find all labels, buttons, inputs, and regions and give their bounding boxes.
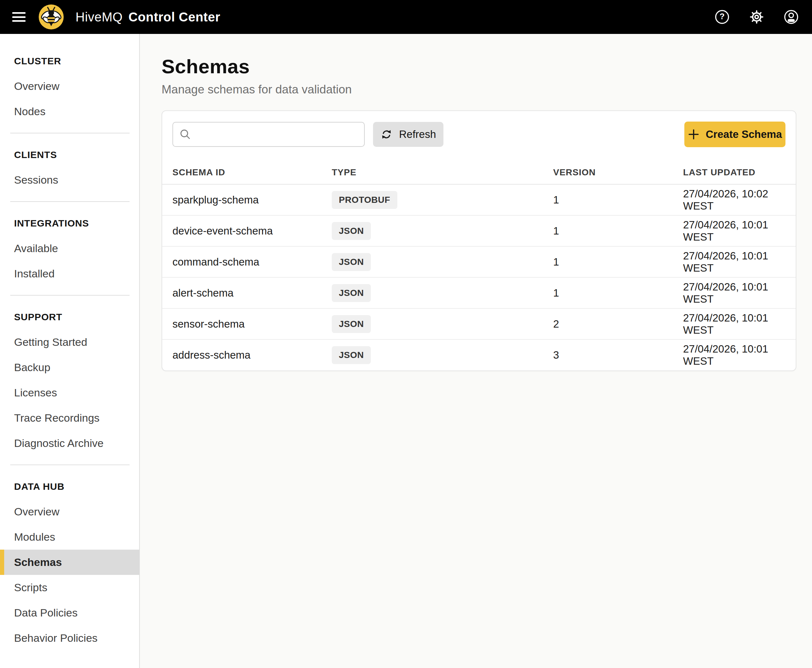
type-badge: JSON	[332, 284, 371, 302]
version-cell: 1	[553, 184, 683, 215]
version-cell: 3	[553, 339, 683, 371]
svg-text:?: ?	[720, 12, 725, 21]
sidebar: CLUSTER Overview Nodes CLIENTS Sessions …	[0, 34, 140, 668]
sidebar-item-sessions[interactable]: Sessions	[0, 167, 139, 193]
version-cell: 2	[553, 308, 683, 339]
product-name: Control Center	[128, 10, 220, 24]
sidebar-item-data-policies[interactable]: Data Policies	[0, 600, 139, 625]
version-cell: 1	[553, 246, 683, 277]
last-updated-cell: 27/04/2026, 10:01 WEST	[683, 277, 796, 308]
account-icon[interactable]	[784, 10, 799, 24]
table-row[interactable]: alert-schema JSON 1 27/04/2026, 10:01 WE…	[162, 277, 796, 308]
table-toolbar: Refresh Create Schema	[172, 122, 785, 147]
help-icon[interactable]: ?	[715, 10, 730, 24]
topbar: HiveMQ Control Center ?	[0, 0, 812, 34]
schema-id-cell: address-schema	[162, 339, 332, 371]
type-badge: JSON	[332, 346, 371, 364]
create-schema-button[interactable]: Create Schema	[684, 122, 785, 147]
sidebar-section-clients: CLIENTS	[0, 142, 139, 167]
column-header-version: VERSION	[553, 160, 683, 184]
last-updated-cell: 27/04/2026, 10:01 WEST	[683, 215, 796, 246]
main-content: Schemas Manage schemas for data validati…	[140, 34, 812, 668]
sidebar-item-schemas[interactable]: Schemas	[0, 549, 139, 575]
search-box	[172, 122, 365, 147]
sidebar-divider	[10, 295, 130, 296]
sidebar-divider	[10, 201, 130, 202]
table-row[interactable]: sensor-schema JSON 2 27/04/2026, 10:01 W…	[162, 308, 796, 339]
topbar-actions: ?	[715, 10, 799, 24]
table-row[interactable]: command-schema JSON 1 27/04/2026, 10:01 …	[162, 246, 796, 277]
plus-icon	[688, 129, 699, 140]
sidebar-item-overview[interactable]: Overview	[0, 73, 139, 99]
sidebar-item-scripts[interactable]: Scripts	[0, 575, 139, 600]
schema-id-cell: device-event-schema	[162, 215, 332, 246]
table-row[interactable]: sparkplug-schema PROTOBUF 1 27/04/2026, …	[162, 184, 796, 215]
version-cell: 1	[553, 277, 683, 308]
column-header-type: TYPE	[332, 160, 553, 184]
column-header-last-updated: LAST UPDATED	[683, 160, 796, 184]
hivemq-bee-logo	[38, 4, 64, 30]
last-updated-cell: 27/04/2026, 10:01 WEST	[683, 339, 796, 371]
last-updated-cell: 27/04/2026, 10:02 WEST	[683, 184, 796, 215]
table-row[interactable]: address-schema JSON 3 27/04/2026, 10:01 …	[162, 339, 796, 371]
schema-id-cell: alert-schema	[162, 277, 332, 308]
sidebar-item-licenses[interactable]: Licenses	[0, 380, 139, 405]
sidebar-section-cluster: CLUSTER	[0, 48, 139, 73]
type-badge: JSON	[332, 315, 371, 333]
search-input[interactable]	[172, 122, 365, 147]
sidebar-divider	[10, 464, 130, 465]
sidebar-item-trace-recordings[interactable]: Trace Recordings	[0, 405, 139, 431]
sidebar-item-behavior-policies[interactable]: Behavior Policies	[0, 625, 139, 651]
sidebar-item-backup[interactable]: Backup	[0, 355, 139, 380]
page-title: Schemas	[162, 55, 812, 78]
refresh-button[interactable]: Refresh	[373, 122, 443, 147]
sidebar-section-data-hub: DATA HUB	[0, 474, 139, 499]
menu-icon[interactable]	[12, 12, 26, 22]
version-cell: 1	[553, 215, 683, 246]
last-updated-cell: 27/04/2026, 10:01 WEST	[683, 308, 796, 339]
schemas-table: SCHEMA ID TYPE VERSION LAST UPDATED spar…	[162, 160, 796, 371]
sidebar-item-installed[interactable]: Installed	[0, 261, 139, 286]
sidebar-section-support: SUPPORT	[0, 304, 139, 329]
schemas-card: Refresh Create Schema SCHEMA ID TYPE VER…	[162, 110, 796, 371]
table-row[interactable]: device-event-schema JSON 1 27/04/2026, 1…	[162, 215, 796, 246]
sidebar-item-available[interactable]: Available	[0, 236, 139, 261]
sidebar-item-diagnostic-archive[interactable]: Diagnostic Archive	[0, 431, 139, 456]
sidebar-item-modules[interactable]: Modules	[0, 524, 139, 549]
create-schema-label: Create Schema	[706, 128, 782, 140]
schema-id-cell: command-schema	[162, 246, 332, 277]
type-badge: JSON	[332, 222, 371, 240]
settings-gear-icon[interactable]	[749, 10, 764, 24]
refresh-label: Refresh	[399, 128, 436, 140]
table-header-row: SCHEMA ID TYPE VERSION LAST UPDATED	[162, 160, 796, 184]
sidebar-divider	[10, 133, 130, 134]
refresh-icon	[380, 128, 393, 140]
schema-id-cell: sensor-schema	[162, 308, 332, 339]
sidebar-item-getting-started[interactable]: Getting Started	[0, 329, 139, 355]
type-badge: JSON	[332, 253, 371, 271]
sidebar-section-integrations: INTEGRATIONS	[0, 210, 139, 236]
column-header-schema-id: SCHEMA ID	[162, 160, 332, 184]
last-updated-cell: 27/04/2026, 10:01 WEST	[683, 246, 796, 277]
brand-name: HiveMQ	[75, 10, 122, 24]
sidebar-item-nodes[interactable]: Nodes	[0, 99, 139, 124]
page-subtitle: Manage schemas for data validation	[162, 83, 812, 96]
type-badge: PROTOBUF	[332, 191, 398, 209]
sidebar-item-datahub-overview[interactable]: Overview	[0, 499, 139, 524]
schema-id-cell: sparkplug-schema	[162, 184, 332, 215]
